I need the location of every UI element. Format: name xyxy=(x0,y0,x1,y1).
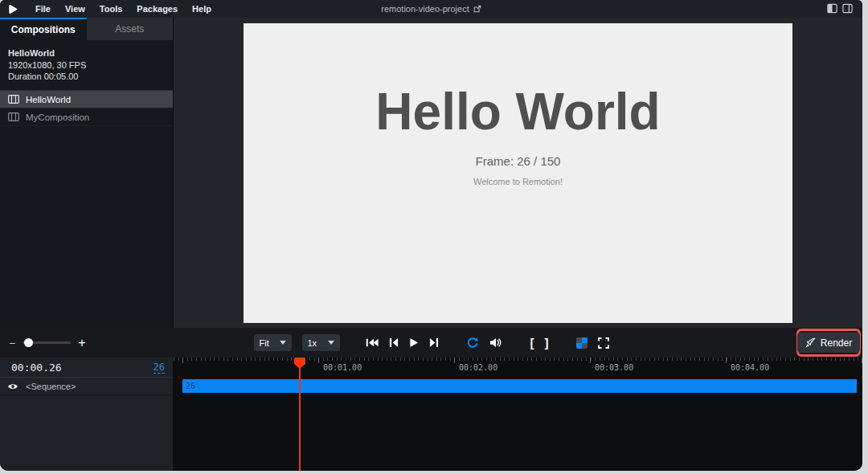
visibility-eye-icon[interactable] xyxy=(7,382,18,390)
canvas-frame-counter: Frame: 26 / 150 xyxy=(244,154,792,168)
composition-item-mycomposition[interactable]: MyComposition xyxy=(0,108,173,126)
toggle-right-panel-icon[interactable] xyxy=(842,3,853,14)
set-out-point-button[interactable]: ] xyxy=(545,337,549,349)
project-title-text: remotion-video-project xyxy=(381,4,469,14)
playhead-handle[interactable] xyxy=(294,358,305,369)
canvas-title: Hello World xyxy=(244,86,792,137)
timeline-track-area[interactable]: 00:01.00 00:02.00 00:03.00 00:04.00 26 xyxy=(174,358,862,471)
playback-speed-dropdown[interactable]: 1x xyxy=(302,334,340,351)
play-button[interactable] xyxy=(409,337,419,348)
transparency-checkerboard-toggle[interactable] xyxy=(576,337,588,349)
ruler-label-2s: 00:02.00 xyxy=(459,363,497,372)
timeline-left-panel: 00:00.26 26 <Sequence> xyxy=(0,358,174,471)
composition-item-helloworld[interactable]: HelloWorld xyxy=(0,91,173,108)
remotion-studio-window: File View Tools Packages Help remotion-v… xyxy=(0,0,862,471)
sidebar-tabs: Compositions Assets xyxy=(0,18,173,40)
remotion-logo-icon xyxy=(8,4,18,14)
ruler-label-1s: 00:01.00 xyxy=(323,363,362,372)
timeline-zoom-slider-thumb[interactable] xyxy=(24,338,33,347)
timeline-zoom-in-button[interactable]: + xyxy=(77,336,87,350)
left-sidebar: Compositions Assets HelloWorld 1920x1080… xyxy=(0,18,174,328)
film-icon xyxy=(8,112,19,121)
ruler-label-4s: 00:04.00 xyxy=(731,363,769,372)
set-in-point-button[interactable]: [ xyxy=(530,337,534,349)
previous-frame-button[interactable] xyxy=(389,337,399,348)
video-canvas[interactable]: Hello World Frame: 26 / 150 Welcome to R… xyxy=(244,23,792,323)
external-link-icon[interactable] xyxy=(473,5,481,13)
ruler-label-3s: 00:03.00 xyxy=(595,363,633,372)
film-icon xyxy=(8,95,19,104)
render-button-label: Render xyxy=(821,337,852,349)
sequence-layer-label: <Sequence> xyxy=(26,382,76,391)
timecode-display: 00:00.26 xyxy=(11,362,62,374)
menu-file[interactable]: File xyxy=(28,4,58,14)
timeline-zoom-out-button[interactable]: − xyxy=(8,337,16,349)
composition-info-name: HelloWorld xyxy=(8,47,165,59)
playhead-line xyxy=(299,358,301,471)
preview-stage: Hello World Frame: 26 / 150 Welcome to R… xyxy=(174,18,862,328)
sequence-track-duration-label: 26 xyxy=(182,382,195,390)
canvas-size-dropdown[interactable]: Fit xyxy=(254,334,292,351)
sequence-layer-row[interactable]: <Sequence> xyxy=(0,378,173,395)
render-button[interactable]: Render xyxy=(797,333,860,353)
composition-info: HelloWorld 1920x1080, 30 FPS Duration 00… xyxy=(0,40,173,91)
tab-assets[interactable]: Assets xyxy=(87,18,174,40)
menu-help[interactable]: Help xyxy=(185,4,219,14)
loop-toggle-icon[interactable] xyxy=(466,337,479,349)
volume-icon[interactable] xyxy=(489,337,502,348)
timeline-panel: 00:00.26 26 <Sequence> 00:01.00 00:02.00… xyxy=(0,358,862,471)
playback-speed-value: 1x xyxy=(308,338,317,348)
playback-toolbar: − + Fit 1x xyxy=(0,328,862,358)
menu-view[interactable]: View xyxy=(58,4,92,14)
rocket-icon xyxy=(805,337,816,348)
menu-bar: File View Tools Packages Help remotion-v… xyxy=(0,0,862,18)
fullscreen-button[interactable] xyxy=(598,337,609,349)
composition-info-resolution: 1920x1080, 30 FPS xyxy=(8,59,165,71)
chevron-down-icon xyxy=(280,341,286,345)
toggle-left-panel-icon[interactable] xyxy=(827,3,837,14)
canvas-size-value: Fit xyxy=(260,338,269,348)
chevron-down-icon xyxy=(328,341,334,345)
next-frame-button[interactable] xyxy=(429,337,439,348)
current-frame-input[interactable]: 26 xyxy=(154,362,165,374)
composition-item-label: MyComposition xyxy=(26,112,89,122)
menu-packages[interactable]: Packages xyxy=(129,4,185,14)
timeline-ruler-major-ticks xyxy=(174,358,862,363)
canvas-subtitle: Welcome to Remotion! xyxy=(244,177,792,186)
menu-tools[interactable]: Tools xyxy=(92,4,130,14)
skip-to-start-button[interactable] xyxy=(366,337,379,348)
sequence-track-bar[interactable]: 26 xyxy=(182,379,857,393)
render-button-highlight-annotation: Render xyxy=(796,329,861,357)
composition-info-duration: Duration 00:05.00 xyxy=(8,71,165,82)
composition-item-label: HelloWorld xyxy=(26,95,71,104)
timeline-zoom-slider[interactable] xyxy=(23,341,71,344)
tab-compositions[interactable]: Compositions xyxy=(0,18,87,40)
